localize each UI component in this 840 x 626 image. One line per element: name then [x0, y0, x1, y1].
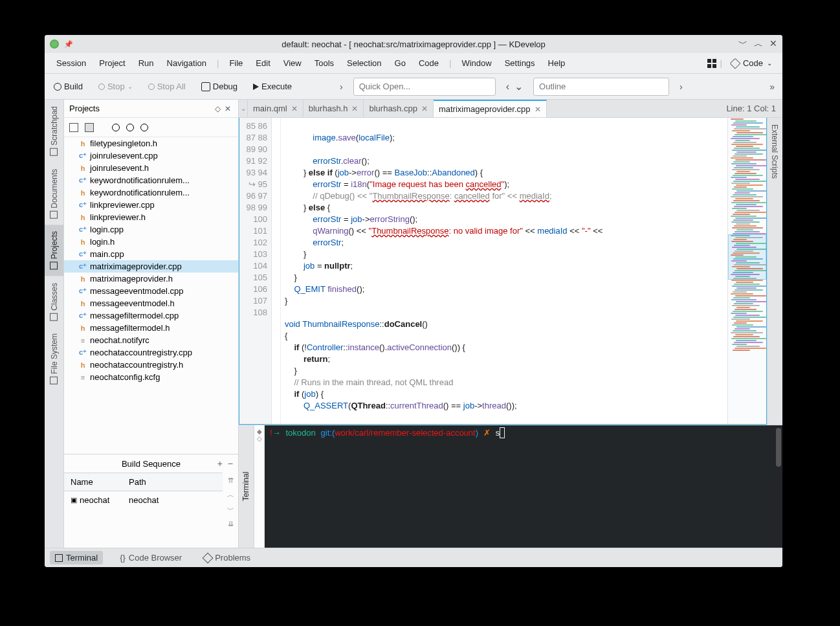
dock-scratchpad[interactable]: Scratchpad: [45, 100, 63, 162]
panel-float-icon[interactable]: ◇: [213, 104, 223, 113]
menu-project[interactable]: Project: [93, 56, 131, 71]
build-sequence-row[interactable]: ▣neochat neochat: [64, 491, 223, 509]
dock-projects[interactable]: Projects: [45, 225, 63, 276]
menu-window[interactable]: Window: [455, 56, 498, 71]
menu-separator: |: [716, 58, 726, 68]
tree-item[interactable]: hmessageeventmodel.h: [64, 297, 238, 309]
stop-button[interactable]: Stop⌄: [94, 79, 137, 94]
editor-tab[interactable]: blurhash.cpp✕: [364, 100, 433, 117]
tree-item[interactable]: hkeywordnotificationrulem...: [64, 186, 238, 199]
sync-icon[interactable]: [69, 123, 78, 132]
close-icon[interactable]: ✕: [351, 104, 358, 113]
maximize-button[interactable]: ︿: [754, 38, 763, 50]
nav-down-icon[interactable]: ⌄: [512, 80, 525, 93]
tree-item[interactable]: c⁺login.cpp: [64, 223, 238, 236]
nav-prev-icon[interactable]: ‹: [503, 81, 512, 93]
menu-edit[interactable]: Edit: [249, 56, 276, 71]
tree-item[interactable]: c⁺messagefiltermodel.cpp: [64, 309, 238, 322]
menu-code[interactable]: Code: [412, 56, 445, 71]
dock-documents[interactable]: Documents: [45, 162, 63, 225]
stop-all-button[interactable]: Stop All: [144, 79, 190, 94]
editor-tab[interactable]: blurhash.h✕: [304, 100, 364, 117]
menu-view[interactable]: View: [277, 56, 308, 71]
close-button[interactable]: ✕: [769, 38, 777, 50]
menu-run[interactable]: Run: [132, 56, 160, 71]
dock-classes[interactable]: Classes: [45, 276, 63, 328]
pin-icon[interactable]: 📌: [64, 40, 73, 49]
tree-item[interactable]: hfiletypesingleton.h: [64, 137, 238, 150]
menu-navigation[interactable]: Navigation: [160, 56, 213, 71]
tree-item[interactable]: hlogin.h: [64, 236, 238, 248]
editor-tab[interactable]: matriximageprovider.cpp✕: [434, 100, 547, 117]
move-up-icon[interactable]: ︿: [227, 490, 234, 500]
cpp-file-icon: c⁺: [78, 151, 87, 160]
minimize-button[interactable]: ﹀: [738, 38, 747, 50]
projects-header: Projects ◇ ✕: [64, 100, 238, 118]
bottom-tab-terminal[interactable]: Terminal: [50, 551, 103, 565]
tree-item[interactable]: hmessagefiltermodel.h: [64, 322, 238, 334]
move-down-icon[interactable]: ﹀: [227, 505, 234, 515]
tree-item[interactable]: ≡neochat.notifyrc: [64, 334, 238, 346]
code-content[interactable]: image.save(localFile); errorStr.clear();…: [281, 118, 727, 424]
cursor-position[interactable]: Line: 1 Col: 1: [720, 100, 782, 117]
remove-icon[interactable]: −: [228, 458, 233, 469]
code-editor[interactable]: 85 86 87 88 89 90 91 92 93 94 ↪ 95 96 97…: [239, 118, 767, 425]
tree-item[interactable]: c⁺joinrulesevent.cpp: [64, 150, 238, 162]
nav-more-icon[interactable]: ›: [677, 82, 685, 92]
gear-icon[interactable]: [126, 124, 134, 131]
grid-icon[interactable]: [707, 59, 716, 68]
move-bottom-icon[interactable]: ⇊: [228, 520, 234, 528]
menu-file[interactable]: File: [223, 56, 249, 71]
quick-open-input[interactable]: [353, 78, 496, 96]
nav-forward-icon[interactable]: ›: [337, 82, 346, 92]
tree-item[interactable]: ≡neochatconfig.kcfg: [64, 371, 238, 383]
tree-item[interactable]: c⁺messageeventmodel.cpp: [64, 285, 238, 297]
close-icon[interactable]: ✕: [421, 104, 428, 113]
gear-icon[interactable]: [112, 124, 120, 131]
tree-item[interactable]: hmatriximageprovider.h: [64, 273, 238, 285]
close-icon[interactable]: ✕: [535, 105, 541, 114]
txt-file-icon: ≡: [78, 374, 87, 381]
tree-item[interactable]: hlinkpreviewer.h: [64, 211, 238, 223]
terminal[interactable]: !→ tokodon git:(work/carl/remember-selec…: [265, 425, 782, 548]
menu-go[interactable]: Go: [388, 56, 412, 71]
file-label: linkpreviewer.cpp: [90, 200, 155, 210]
tree-item[interactable]: hneochataccountregistry.h: [64, 359, 238, 371]
tree-item[interactable]: c⁺keywordnotificationrulem...: [64, 174, 238, 186]
move-top-icon[interactable]: ⇈: [228, 476, 234, 485]
tree-item[interactable]: c⁺matriximageprovider.cpp: [64, 260, 238, 273]
outline-input[interactable]: [533, 78, 669, 96]
tab-list-icon[interactable]: ⌄: [239, 100, 248, 117]
tree-item[interactable]: c⁺neochataccountregistry.cpp: [64, 346, 238, 359]
file-tree[interactable]: hfiletypesingleton.hc⁺joinrulesevent.cpp…: [64, 137, 238, 454]
tree-mode-icon[interactable]: [85, 123, 94, 132]
minimap[interactable]: [727, 118, 766, 424]
tree-item[interactable]: c⁺main.cpp: [64, 248, 238, 260]
terminal-scrollbar[interactable]: [776, 428, 781, 467]
tree-item[interactable]: c⁺linkpreviewer.cpp: [64, 199, 238, 211]
close-icon[interactable]: ✕: [291, 104, 298, 113]
dock-external-scripts[interactable]: External Scripts: [768, 118, 782, 185]
panel-close-icon[interactable]: ✕: [223, 104, 233, 113]
menu-session[interactable]: Session: [50, 56, 93, 71]
menu-settings[interactable]: Settings: [498, 56, 542, 71]
menu-help[interactable]: Help: [542, 56, 572, 71]
dock-filesystem[interactable]: File System: [45, 327, 63, 391]
menu-tools[interactable]: Tools: [308, 56, 340, 71]
gear-icon[interactable]: [140, 124, 148, 131]
titlebar[interactable]: 📌 default: neochat - [ neochat:src/matri…: [45, 35, 782, 53]
menu-selection[interactable]: Selection: [340, 56, 388, 71]
bottom-tab-code-browser[interactable]: {}Code Browser: [115, 551, 187, 565]
tree-item[interactable]: hjoinrulesevent.h: [64, 162, 238, 174]
left-dock: Scratchpad Documents Projects Classes Fi…: [45, 100, 64, 548]
fold-column[interactable]: [272, 118, 281, 424]
toolbar-overflow-icon[interactable]: »: [767, 82, 777, 92]
bottom-tab-problems[interactable]: Problems: [199, 551, 256, 565]
editor-tab[interactable]: main.qml✕: [248, 100, 304, 117]
execute-button[interactable]: Execute: [249, 79, 296, 94]
build-button[interactable]: Build: [50, 79, 87, 94]
add-icon[interactable]: +: [217, 458, 223, 469]
terminal-dock-tab[interactable]: Terminal: [239, 425, 254, 548]
debug-button[interactable]: Debug: [197, 79, 241, 94]
mode-selector[interactable]: Code ⌄: [726, 57, 777, 69]
